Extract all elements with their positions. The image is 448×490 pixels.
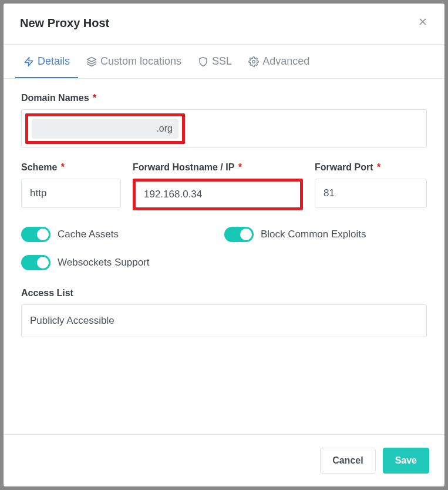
close-icon	[417, 16, 428, 29]
cache-assets-label: Cache Assets	[58, 229, 119, 240]
forward-port-field: Forward Port *	[315, 162, 427, 210]
modal-header: New Proxy Host	[4, 4, 444, 45]
domain-chip[interactable]: .org	[32, 119, 178, 139]
toggle-knob	[37, 229, 49, 240]
domain-names-input-wrap[interactable]: .org	[21, 109, 427, 148]
scheme-label: Scheme *	[21, 162, 121, 173]
tab-details[interactable]: Details	[15, 45, 78, 78]
modal-title: New Proxy Host	[20, 16, 109, 30]
domain-names-field: Domain Names * .org	[21, 93, 427, 148]
modal-footer: Cancel Save	[4, 434, 444, 486]
toggles-row-2: Websockets Support	[21, 255, 427, 270]
block-exploits-toggle-group: Block Common Exploits	[224, 227, 366, 242]
tab-advanced[interactable]: Advanced	[240, 45, 318, 78]
forward-hostname-input[interactable]	[136, 182, 300, 207]
websockets-label: Websockets Support	[58, 257, 150, 269]
cache-assets-toggle-group: Cache Assets	[21, 227, 119, 242]
domain-names-label: Domain Names *	[21, 93, 427, 103]
tabs: Details Custom locations SSL Advanced	[4, 45, 444, 79]
scheme-field: Scheme *	[21, 162, 121, 210]
svg-marker-2	[25, 57, 33, 66]
required-indicator: *	[90, 93, 97, 103]
lightning-icon	[23, 56, 34, 67]
toggle-knob	[37, 257, 49, 269]
new-proxy-host-modal: New Proxy Host Details Custom locations …	[4, 4, 444, 486]
forward-row: Scheme * Forward Hostname / IP * Forward…	[21, 162, 427, 210]
block-exploits-toggle[interactable]	[224, 227, 254, 242]
tab-ssl-label: SSL	[212, 55, 232, 68]
cancel-button[interactable]: Cancel	[320, 448, 375, 474]
highlight-annotation: .org	[25, 113, 185, 144]
svg-point-4	[252, 60, 255, 63]
toggles-row-1: Cache Assets Block Common Exploits	[21, 227, 427, 242]
block-exploits-label: Block Common Exploits	[261, 229, 366, 240]
tab-custom-locations[interactable]: Custom locations	[78, 45, 190, 78]
toggle-knob	[240, 229, 252, 240]
access-list-label: Access List	[21, 288, 427, 298]
forward-hostname-field: Forward Hostname / IP *	[133, 162, 303, 210]
cache-assets-toggle[interactable]	[21, 227, 50, 242]
websockets-toggle-group: Websockets Support	[21, 255, 150, 270]
layers-icon	[86, 56, 97, 67]
shield-icon	[198, 56, 208, 67]
access-list-field: Access List	[21, 288, 427, 337]
scheme-input[interactable]	[21, 179, 121, 208]
websockets-toggle[interactable]	[21, 255, 50, 270]
save-button[interactable]: Save	[383, 448, 429, 474]
tab-details-label: Details	[38, 55, 70, 68]
close-button[interactable]	[415, 14, 430, 32]
forward-port-label: Forward Port *	[315, 162, 427, 173]
tab-advanced-label: Advanced	[262, 55, 309, 68]
access-list-select[interactable]	[21, 304, 427, 337]
svg-marker-3	[87, 57, 96, 62]
modal-body: Domain Names * .org Scheme * Forward Hos…	[4, 79, 444, 434]
highlight-annotation	[133, 179, 303, 210]
tab-custom-locations-label: Custom locations	[100, 55, 181, 68]
required-indicator: *	[58, 162, 65, 172]
forward-port-input[interactable]	[315, 179, 427, 208]
required-indicator: *	[235, 162, 242, 172]
tab-ssl[interactable]: SSL	[190, 45, 240, 78]
forward-hostname-label: Forward Hostname / IP *	[133, 162, 303, 173]
gear-icon	[248, 56, 259, 67]
required-indicator: *	[375, 162, 381, 172]
